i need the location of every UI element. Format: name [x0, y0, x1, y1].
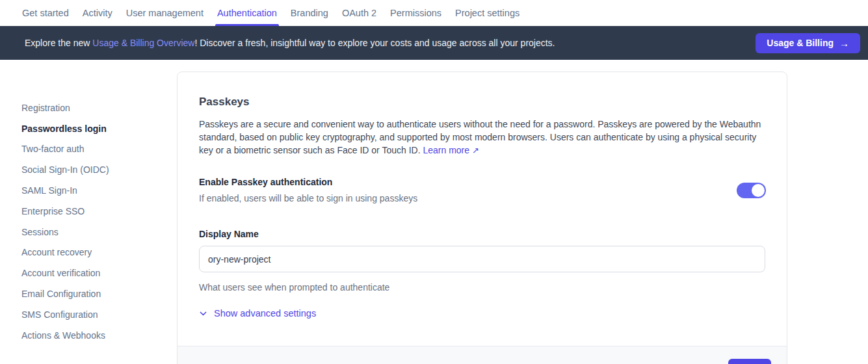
passkeys-card: Passkeys Passkeys are a secure and conve…	[177, 72, 787, 364]
display-name-label: Display Name	[199, 229, 259, 239]
enable-passkey-row: Enable Passkey authentication If enabled…	[199, 177, 765, 203]
usage-billing-banner: Explore the new Usage & Billing Overview…	[0, 26, 868, 60]
display-name-field: Display Name What users see when prompte…	[199, 228, 765, 292]
usage-billing-button-label: Usage & Billing	[767, 38, 834, 48]
tab-authentication[interactable]: Authentication	[217, 0, 278, 26]
tab-branding[interactable]: Branding	[290, 0, 329, 26]
page-title: Passkeys	[199, 96, 765, 109]
tab-get-started[interactable]: Get started	[21, 0, 70, 26]
unsaved-changes-bar: You have unsaved changes Save	[178, 346, 787, 364]
settings-sidebar: Registration Passwordless login Two-fact…	[21, 98, 151, 346]
display-name-helper: What users see when prompted to authenti…	[199, 282, 765, 292]
sidebar-item-actions-webhooks[interactable]: Actions & Webhooks	[21, 325, 151, 346]
save-button[interactable]: Save	[728, 359, 771, 364]
enable-passkey-description: If enabled, users will be able to sign i…	[199, 193, 737, 203]
passkeys-description: Passkeys are a secure and convenient way…	[199, 118, 765, 157]
app-window: Get started Activity User management Aut…	[0, 0, 868, 364]
sidebar-item-account-verification[interactable]: Account verification	[21, 263, 151, 283]
show-advanced-settings-button[interactable]: Show advanced settings	[199, 308, 316, 318]
sidebar-item-social-sign-in[interactable]: Social Sign-In (OIDC)	[21, 159, 151, 180]
tab-user-management[interactable]: User management	[125, 0, 204, 26]
sidebar-item-saml-sign-in[interactable]: SAML Sign-In	[21, 180, 151, 201]
sidebar-item-sessions[interactable]: Sessions	[21, 222, 151, 242]
tab-oauth2[interactable]: OAuth 2	[341, 0, 377, 26]
arrow-right-icon: →	[839, 38, 849, 49]
tab-permissions[interactable]: Permissions	[389, 0, 442, 26]
usage-billing-button[interactable]: Usage & Billing →	[756, 33, 860, 53]
enable-passkey-label: Enable Passkey authentication	[199, 177, 737, 187]
usage-billing-overview-link[interactable]: Usage & Billing Overview	[92, 38, 194, 48]
learn-more-link[interactable]: Learn more ↗	[423, 145, 479, 155]
sidebar-item-enterprise-sso[interactable]: Enterprise SSO	[21, 201, 151, 222]
passkey-toggle[interactable]	[737, 183, 766, 198]
content-area: Registration Passwordless login Two-fact…	[0, 60, 868, 364]
sidebar-item-registration[interactable]: Registration	[21, 98, 151, 118]
chevron-down-icon	[199, 309, 207, 318]
passkeys-card-body: Passkeys Passkeys are a secure and conve…	[178, 72, 787, 318]
top-nav: Get started Activity User management Aut…	[0, 0, 868, 26]
unsaved-changes-status: You have unsaved changes	[194, 359, 310, 364]
tab-activity[interactable]: Activity	[82, 0, 113, 26]
banner-message: Explore the new Usage & Billing Overview…	[25, 38, 555, 48]
toggle-knob	[752, 184, 765, 197]
sidebar-item-account-recovery[interactable]: Account recovery	[21, 242, 151, 263]
arrow-up-right-icon: ↗	[472, 146, 479, 155]
sidebar-item-email-configuration[interactable]: Email Configuration	[21, 283, 151, 304]
sidebar-item-sms-configuration[interactable]: SMS Configuration	[21, 304, 151, 325]
show-advanced-settings-label: Show advanced settings	[214, 308, 316, 318]
tab-project-settings[interactable]: Project settings	[454, 0, 520, 26]
sidebar-item-passwordless-login[interactable]: Passwordless login	[21, 118, 151, 139]
display-name-input[interactable]	[199, 246, 765, 272]
sidebar-item-two-factor-auth[interactable]: Two-factor auth	[21, 139, 151, 160]
